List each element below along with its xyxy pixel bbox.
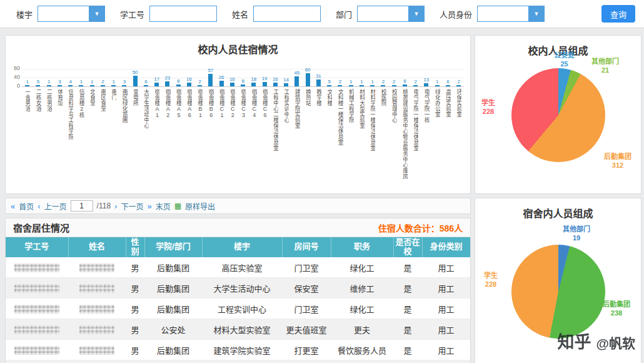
bar[interactable]	[187, 83, 191, 86]
first-page-link[interactable]: 首页	[19, 201, 34, 212]
bar[interactable]	[273, 83, 278, 86]
table-row[interactable]	[6, 360, 470, 363]
staff-id-input[interactable]	[149, 6, 217, 22]
identity-select[interactable]: ▼	[477, 6, 545, 22]
bar-slot: 6大学生活动中心	[141, 61, 151, 188]
table-cell: 是	[393, 319, 422, 340]
bar-value-label: 17	[154, 77, 159, 82]
bar[interactable]	[154, 83, 159, 86]
next-page-link[interactable]: 下一页	[121, 201, 143, 212]
bar-category-label: 高压实验室	[445, 89, 451, 188]
bar[interactable]	[208, 74, 213, 86]
bar-slot: 5文科楼	[324, 61, 335, 188]
bar[interactable]	[316, 79, 321, 86]
bar-value-label: 16	[186, 77, 192, 82]
bar-category-label: 宿舍楼C6	[261, 89, 268, 188]
query-button[interactable]: 查询	[601, 5, 635, 23]
table-cell: 用工	[422, 278, 470, 299]
bar-value-label: 45	[294, 71, 299, 76]
bar[interactable]	[176, 84, 181, 86]
table-row[interactable]: 男后勤集团工程实训中心门卫室绿化工是用工	[6, 299, 470, 319]
first-page-icon[interactable]: «	[11, 202, 15, 210]
table-cell	[68, 319, 126, 340]
bar[interactable]	[230, 83, 234, 86]
bar-category-label: 工程实训中心	[283, 89, 289, 188]
table-cell	[282, 360, 331, 363]
bar-category-label: 桃苑建设服务中心物业服务中心库房	[402, 89, 408, 188]
bar[interactable]	[219, 81, 224, 86]
table-cell: 绿化工	[331, 257, 393, 278]
department-select[interactable]: ▼	[357, 6, 425, 22]
bar[interactable]	[370, 85, 375, 86]
page-number-input[interactable]	[71, 200, 93, 212]
bar-slot: 19宿舍楼C6	[259, 61, 270, 188]
bar[interactable]	[101, 85, 105, 86]
bar[interactable]	[58, 85, 62, 86]
bar[interactable]	[381, 85, 385, 86]
bar[interactable]	[446, 85, 450, 86]
bar[interactable]	[241, 84, 245, 86]
bar[interactable]	[263, 82, 267, 86]
bar[interactable]	[338, 85, 342, 86]
bar-category-label: 体育馆	[57, 89, 63, 188]
bar-slot: 23宿舍楼A2	[162, 61, 173, 188]
bar[interactable]	[413, 85, 418, 86]
bar[interactable]	[349, 85, 353, 86]
bar[interactable]	[36, 85, 40, 86]
bar-slot: 1材料大型实验室	[356, 61, 367, 188]
bar[interactable]	[435, 85, 440, 86]
export-link[interactable]: 原样导出	[185, 201, 215, 212]
column-header: 房间号	[282, 237, 331, 257]
bar[interactable]	[79, 85, 83, 86]
bar[interactable]	[360, 85, 364, 86]
bar[interactable]	[251, 83, 256, 86]
dorm-composition-pie[interactable]	[511, 245, 605, 339]
bar-slot: 2文科楼一楼保洁休息室	[335, 61, 345, 188]
bar-slot: 1北食堂	[87, 61, 98, 188]
pie-label-other-depts: 其他部门 21	[591, 57, 619, 75]
bar[interactable]	[327, 85, 331, 86]
last-page-icon[interactable]: »	[147, 202, 151, 210]
bar[interactable]	[122, 85, 126, 86]
bar-value-label: 18	[251, 77, 256, 82]
table-row[interactable]: 男后勤集团建筑学院实验室打更室餐饮服务人员是用工	[6, 340, 470, 360]
bar[interactable]	[403, 84, 407, 86]
table-cell	[6, 278, 68, 299]
bar-slot: 2宿舍楼B1	[194, 61, 205, 188]
bar[interactable]	[284, 83, 288, 86]
export-icon[interactable]: ▦	[174, 202, 181, 210]
bar[interactable]	[165, 81, 169, 86]
bar-slot: 60换热站	[303, 61, 313, 188]
table-row[interactable]: 男公安处材料大型实验室更夫值班室更夫是用工	[6, 319, 470, 340]
column-header: 身份类别	[422, 237, 470, 257]
bar[interactable]	[392, 85, 396, 86]
bar[interactable]	[25, 85, 29, 86]
table-cell: 男	[126, 299, 144, 319]
prev-page-link[interactable]: 上一页	[44, 201, 67, 212]
bar[interactable]	[68, 85, 73, 86]
bar[interactable]	[47, 85, 51, 86]
next-page-icon[interactable]: ›	[114, 202, 117, 210]
bar[interactable]	[294, 76, 299, 86]
bar[interactable]	[111, 85, 116, 86]
redacted-text	[79, 284, 114, 293]
bar[interactable]	[90, 85, 94, 86]
campus-composition-pie[interactable]	[511, 68, 605, 162]
bar-value-label: 2	[198, 79, 201, 84]
pie-label-students: 学生 228	[481, 98, 495, 116]
table-row[interactable]: 男后勤集团高压实验室门卫室绿化工是用工	[6, 257, 470, 278]
bar[interactable]	[424, 83, 428, 86]
bar-category-label: 宿舍楼B6	[208, 89, 214, 188]
building-select[interactable]: ▼	[38, 6, 105, 22]
bar[interactable]	[456, 85, 461, 86]
bar[interactable]	[133, 76, 138, 87]
prev-page-icon[interactable]: ‹	[38, 202, 40, 210]
table-cell: 是	[393, 299, 422, 319]
bar[interactable]	[198, 85, 202, 86]
last-page-link[interactable]: 末页	[156, 201, 171, 212]
name-input[interactable]	[253, 6, 321, 22]
bar[interactable]	[144, 85, 148, 86]
table-row[interactable]: 男后勤集团大学生活动中心保安室维修工是用工	[6, 278, 470, 299]
bar[interactable]	[306, 73, 310, 86]
table-cell: 后勤集团	[144, 278, 202, 299]
